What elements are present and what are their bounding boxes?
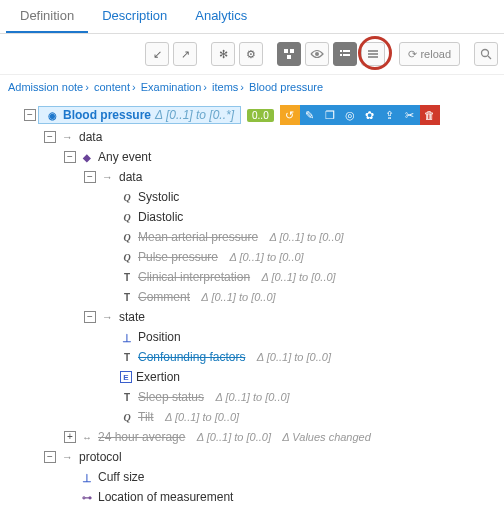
tree-node-protocol[interactable]: − → protocol [44,447,496,467]
quantity-icon: Q [120,250,134,264]
gear-icon[interactable]: ⚙ [239,42,263,66]
tree-node-24h[interactable]: + ↔ 24 hour average Δ [0..1] to [0..0] Δ… [64,427,496,447]
breadcrumb-item[interactable]: content [94,81,130,93]
quantity-icon: Q [120,190,134,204]
delete-icon[interactable]: 🗑 [420,105,440,125]
collapse-icon[interactable]: − [84,311,96,323]
root-badge: ◉ Blood pressure Δ [0..1] to [0..*] [38,106,241,124]
tree-leaf[interactable]: QTilt Δ [0..1] to [0..0] [104,407,496,427]
target-icon[interactable]: ◎ [340,105,360,125]
eye-icon[interactable] [305,42,329,66]
svg-rect-8 [368,50,378,52]
attribute-icon: → [102,171,113,183]
quantity-icon: Q [120,230,134,244]
toolbar: ↙ ↗ ✻ ⚙ ⟳reload [0,34,504,75]
collapse-icon[interactable]: − [84,171,96,183]
cluster-icon: E [120,371,132,383]
tree-leaf[interactable]: TSleep status Δ [0..1] to [0..0] [104,387,496,407]
expand-icon[interactable]: ↗ [173,42,197,66]
tab-analytics[interactable]: Analytics [181,0,261,33]
svg-line-12 [488,56,491,59]
tree-leaf[interactable]: QPulse pressure Δ [0..1] to [0..0] [104,247,496,267]
collapse-icon[interactable]: − [24,109,36,121]
breadcrumb-item[interactable]: items [212,81,238,93]
snowflake-icon[interactable]: ✻ [211,42,235,66]
reset-icon[interactable]: ↺ [280,105,300,125]
coded-icon: ⟂ [120,330,134,344]
quantity-icon: Q [120,210,134,224]
copy-icon[interactable]: ❐ [320,105,340,125]
breadcrumb: Admission note› content› Examination› it… [0,75,504,99]
svg-rect-5 [343,50,350,52]
tab-definition[interactable]: Definition [6,0,88,33]
svg-rect-0 [284,49,288,53]
quantity-icon: Q [120,410,134,424]
svg-rect-10 [368,56,378,58]
tree-leaf[interactable]: ⟂Cuff size [64,467,496,487]
grid-view-icon[interactable] [361,42,385,66]
tree-leaf[interactable]: ⊶Location of measurement [64,487,496,506]
breadcrumb-item[interactable]: Admission note [8,81,83,93]
observation-icon: ◉ [45,108,59,122]
interval-icon: ↔ [80,430,94,444]
breadcrumb-item[interactable]: Blood pressure [249,81,323,93]
tab-description[interactable]: Description [88,0,181,33]
svg-rect-1 [290,49,294,53]
collapse-icon[interactable]: − [44,451,56,463]
search-icon[interactable] [474,42,498,66]
svg-point-3 [315,52,319,56]
svg-rect-6 [340,54,342,56]
export-icon[interactable]: ⇪ [380,105,400,125]
collapse-icon[interactable]: − [64,151,76,163]
tree-leaf[interactable]: ⟂Position [104,327,496,347]
compress-icon[interactable]: ↙ [145,42,169,66]
settings-icon[interactable]: ✿ [360,105,380,125]
text-icon: T [120,350,134,364]
reload-button[interactable]: ⟳reload [399,42,460,66]
breadcrumb-item[interactable]: Examination [141,81,202,93]
occurrence-pill: 0..0 [247,109,274,122]
attribute-icon: → [62,131,73,143]
tree-leaf[interactable]: QMean arterial pressure Δ [0..1] to [0..… [104,227,496,247]
tab-bar: Definition Description Analytics [0,0,504,34]
text-icon: T [120,390,134,404]
event-icon: ◆ [80,150,94,164]
edit-icon[interactable]: ✎ [300,105,320,125]
tree-node-state[interactable]: − → state [84,307,496,327]
svg-rect-4 [340,50,342,52]
list-view-icon[interactable] [333,42,357,66]
tree-leaf[interactable]: TComment Δ [0..1] to [0..0] [104,287,496,307]
root-occurrence: Δ [0..1] to [0..*] [155,108,234,122]
attribute-icon: → [62,451,73,463]
svg-rect-2 [287,55,291,59]
text-icon: T [120,270,134,284]
svg-rect-7 [343,54,350,56]
tree-leaf[interactable]: QDiastolic [104,207,496,227]
text-icon: T [120,290,134,304]
svg-rect-9 [368,53,378,55]
location-icon: ⊶ [80,490,94,504]
tree-root-row[interactable]: − ◉ Blood pressure Δ [0..1] to [0..*] 0.… [24,103,496,127]
tree-leaf[interactable]: TConfounding factors Δ [0..1] to [0..0] [104,347,496,367]
tree-leaf[interactable]: TClinical interpretation Δ [0..1] to [0.… [104,267,496,287]
root-label: Blood pressure [63,108,151,122]
expand-icon[interactable]: + [64,431,76,443]
action-strip: ↺ ✎ ❐ ◎ ✿ ⇪ ✂ 🗑 [280,105,440,125]
attribute-icon: → [102,311,113,323]
cut-icon[interactable]: ✂ [400,105,420,125]
coded-icon: ⟂ [80,470,94,484]
archetype-tree: − ◉ Blood pressure Δ [0..1] to [0..*] 0.… [0,99,504,506]
tree-node-data[interactable]: − → data [44,127,496,147]
tree-view-icon[interactable] [277,42,301,66]
collapse-icon[interactable]: − [44,131,56,143]
tree-node-any-event[interactable]: − ◆ Any event [64,147,496,167]
tree-leaf[interactable]: EExertion [104,367,496,387]
tree-node-data2[interactable]: − → data [84,167,496,187]
tree-leaf[interactable]: QSystolic [104,187,496,207]
svg-point-11 [482,50,489,57]
